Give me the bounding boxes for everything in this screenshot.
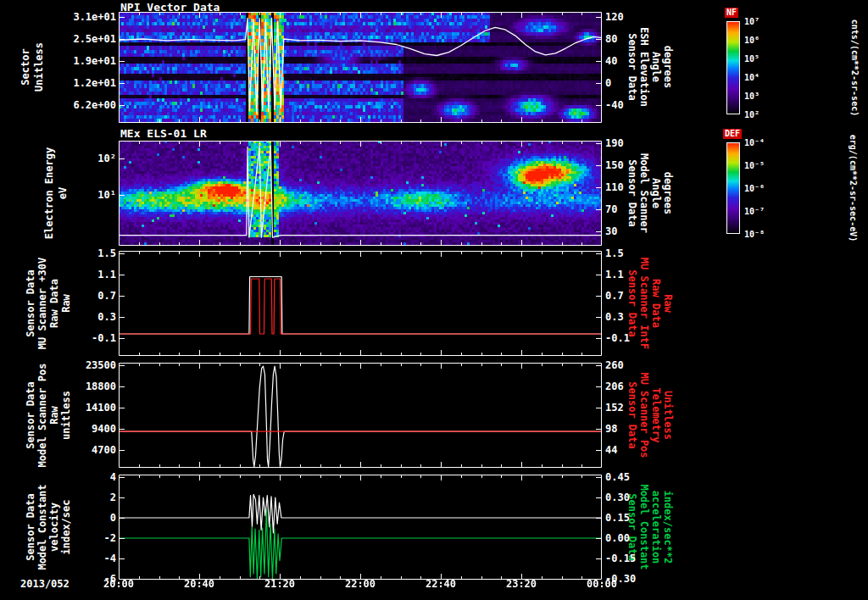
- y-tick-label: 2: [110, 492, 116, 503]
- y-tick-label: 3.1e+01: [73, 11, 116, 23]
- nf-colorbar-tag: NF: [725, 8, 738, 18]
- y-tick-label-right: -40: [605, 99, 624, 111]
- axis-label-left-p5: index/sec: [60, 499, 72, 554]
- def-colorbar: [726, 142, 740, 234]
- colorbar-tick-label: 10²: [744, 110, 760, 119]
- x-tick-label: 22:00: [345, 578, 376, 590]
- y-tick-label: 9400: [92, 423, 116, 435]
- axis-label-right-p2: Angle: [650, 178, 662, 208]
- axis-label-right-p4: Telemetry: [650, 387, 662, 442]
- axis-label-right-p3: MU Scanner IntF: [638, 258, 650, 349]
- y-tick-label-right: 0.45: [605, 471, 630, 483]
- x-tick-label: 20:00: [103, 578, 134, 590]
- axis-label-right-p1: degrees: [662, 46, 674, 89]
- y-tick-label: 0.3: [97, 311, 116, 323]
- y-tick-label: 14100: [86, 402, 116, 414]
- axis-label-right-p4: MU Scanner Pos: [638, 372, 650, 458]
- y-tick-label-right: 1.5: [605, 247, 624, 259]
- y-tick-label: 23500: [86, 359, 116, 371]
- axis-label-left-p3: Raw Data: [48, 279, 60, 328]
- axis-label-left-p5: Sensor Data: [25, 493, 36, 560]
- x-tick-label: 23:20: [506, 578, 537, 590]
- nf-colorbar: [726, 21, 740, 114]
- y-tick-label: 18800: [86, 381, 116, 392]
- x-tick-label: 20:40: [184, 578, 214, 590]
- figure: NPI Vector Data MEx ELS-01 LR NF DEF cnt…: [0, 0, 868, 600]
- colorbar-tick-label: 10⁻⁷: [744, 207, 765, 216]
- axis-label-left-p4: Sensor Data: [25, 381, 36, 448]
- y-tick-label: -2: [104, 532, 116, 544]
- y-tick-label: 10²: [97, 153, 116, 164]
- y-tick-label: 0: [110, 512, 116, 524]
- axis-label-right-p5: acceleration: [650, 491, 662, 564]
- y-tick-label-right: 0.3: [605, 311, 624, 323]
- y-tick-label: -4: [104, 553, 116, 564]
- axis-label-left-p3: MU Scanner +30V: [36, 258, 48, 349]
- y-tick-label-right: 1.1: [605, 269, 624, 281]
- colorbar-tick-label: 10⁵: [744, 54, 760, 64]
- x-tick-label: 21:20: [264, 578, 295, 590]
- y-tick-label-right: 0.15: [605, 512, 630, 524]
- date-label: 2013/052: [20, 578, 70, 590]
- y-tick-label-right: -0.1: [605, 332, 630, 344]
- axis-label-left-p2: eV: [57, 187, 69, 199]
- y-tick-label-right: 260: [605, 359, 624, 371]
- axis-label-right-p3: Raw Data: [650, 279, 662, 328]
- axis-label-left-p3: Raw: [60, 294, 72, 313]
- y-tick-label: 1.9e+01: [73, 55, 116, 67]
- y-tick-label: 1.1: [97, 269, 116, 281]
- axis-label-left-p1: Sector: [19, 48, 31, 85]
- y-tick-label-right: 0.00: [605, 532, 630, 544]
- y-tick-label-right: 0.7: [605, 290, 624, 302]
- colorbar-tick-label: 10³: [744, 92, 760, 101]
- axis-label-left-p1: Unitless: [33, 42, 45, 92]
- y-tick-label-right: 0.30: [605, 492, 630, 503]
- y-tick-label-right: 70: [605, 203, 617, 215]
- colorbar-tick-label: 10⁻⁴: [744, 138, 765, 147]
- colorbar-tick-label: 10⁴: [744, 73, 760, 82]
- y-tick-label: 1.2e+01: [73, 77, 116, 89]
- axis-label-left-p4: Raw: [48, 406, 60, 425]
- axis-label-right-p1: Angle: [650, 52, 662, 82]
- axis-label-right-p3: Raw: [662, 294, 674, 313]
- axis-label-left-p4: Model Scanner Pos: [36, 364, 48, 468]
- y-tick-label: 10¹: [97, 189, 116, 201]
- axis-label-right-p1: ESH Elevation: [638, 27, 650, 107]
- npi-spectrogram-plot: [119, 12, 602, 123]
- nf-colorbar-unit-label: cnts/(cm**2-sr-sec): [850, 19, 860, 116]
- axis-label-right-p2: degrees: [662, 172, 674, 215]
- colorbar-tick-label: 10⁻⁵: [744, 161, 765, 170]
- colorbar-tick-label: 10⁶: [744, 36, 760, 45]
- axis-label-right-p4: Sensor Data: [626, 381, 638, 448]
- axis-label-right-p5: Model Constant: [638, 484, 650, 569]
- velocity-acceleration-plot: [119, 475, 602, 580]
- axis-label-right-p5: Sensor Data: [626, 493, 638, 560]
- axis-label-left-p4: unitless: [60, 391, 72, 440]
- y-tick-label-right: 0: [605, 77, 611, 89]
- def-colorbar-tag: DEF: [723, 129, 742, 139]
- scanner-pos-line-plot: [119, 363, 602, 468]
- y-tick-label: 6.2e+00: [73, 99, 116, 111]
- axis-label-right-p1: Sensor Data: [626, 33, 638, 100]
- y-tick-label-right: 30: [605, 225, 617, 237]
- y-tick-label: 1.5: [97, 247, 116, 259]
- y-tick-label: -0.1: [92, 332, 116, 344]
- y-tick-label: 4700: [92, 444, 116, 456]
- y-tick-label-right: 152: [605, 402, 624, 414]
- axis-label-left-p3: Sensor Data: [25, 269, 36, 336]
- y-tick-label-right: 120: [605, 11, 624, 23]
- y-tick-label-right: 150: [605, 159, 624, 171]
- y-tick-label: 2.5e+01: [73, 33, 116, 45]
- axis-label-right-p3: Sensor Data: [626, 269, 638, 336]
- scanner-intf-line-plot: [119, 251, 602, 356]
- y-tick-label-right: 110: [605, 181, 624, 193]
- colorbar-tick-label: 10⁷: [744, 17, 760, 26]
- axis-label-left-p2: Electron Energy: [43, 147, 55, 239]
- axis-label-right-p5: index/sec**2: [662, 491, 674, 564]
- y-tick-label-right: -0.15: [605, 553, 636, 564]
- y-tick-label: 0.7: [97, 290, 116, 302]
- colorbar-tick-label: 10⁻⁶: [744, 184, 765, 193]
- y-tick-label-right: 206: [605, 381, 624, 392]
- def-colorbar-unit-label: erg/(cm**2-sr-sec-eV): [849, 135, 858, 242]
- y-tick-label: 4: [110, 471, 116, 483]
